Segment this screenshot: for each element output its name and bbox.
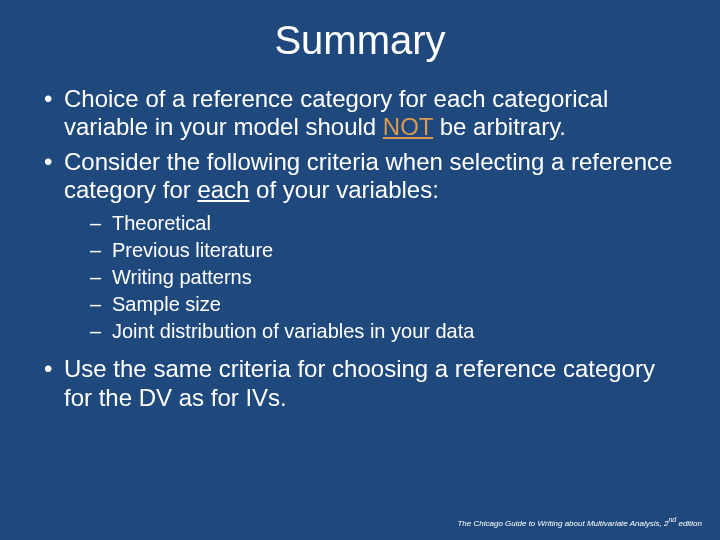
slide: Summary Choice of a reference category f…	[0, 0, 720, 540]
sub-item: Sample size	[90, 291, 680, 318]
sub-item: Theoretical	[90, 210, 680, 237]
bullet-list: Choice of a reference category for each …	[40, 85, 680, 412]
sub-item: Writing patterns	[90, 264, 680, 291]
page-title: Summary	[40, 18, 680, 63]
bullet-2-each: each	[197, 176, 249, 203]
footer-text-b: edition	[676, 519, 702, 528]
bullet-2-text-b: of your variables:	[249, 176, 438, 203]
footer-citation: The Chicago Guide to Writing about Multi…	[457, 516, 702, 528]
bullet-1-not: NOT	[383, 113, 433, 140]
sub-item: Joint distribution of variables in your …	[90, 318, 680, 345]
footer-text-a: The Chicago Guide to Writing about Multi…	[457, 519, 668, 528]
bullet-1: Choice of a reference category for each …	[40, 85, 680, 142]
sub-item: Previous literature	[90, 237, 680, 264]
bullet-3: Use the same criteria for choosing a ref…	[40, 355, 680, 412]
bullet-1-text-b: be arbitrary.	[433, 113, 566, 140]
bullet-2: Consider the following criteria when sel…	[40, 148, 680, 346]
sub-list: Theoretical Previous literature Writing …	[64, 210, 680, 345]
